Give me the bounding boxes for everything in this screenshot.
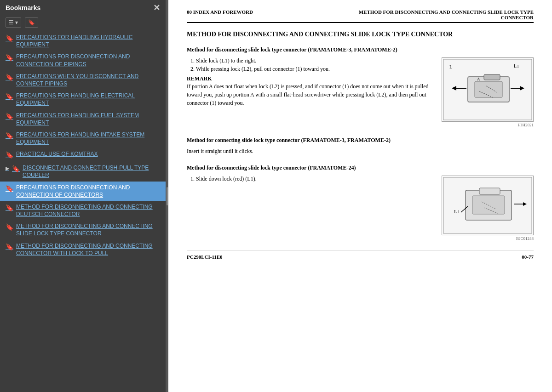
section1-content: Slide lock (L1) to the right. While pres… [187, 57, 534, 127]
section3-step-1: Slide down lock (red) (L1). [196, 176, 434, 182]
doc-footer-left: PC290LCI-11E0 [187, 254, 223, 260]
remark-box: REMARK If portion A does not float when … [187, 75, 434, 107]
section1-text: Slide lock (L1) to the right. While pres… [187, 57, 434, 127]
bookmark-item-label: PRECAUTIONS FOR DISCONNECTION AND CONNEC… [16, 184, 162, 199]
bookmark-icon: 🔖 [6, 151, 13, 159]
svg-text:1: 1 [517, 64, 519, 68]
bookmark-item-label: PRECAUTIONS FOR HANDLING ELECTRICAL EQUI… [16, 92, 162, 107]
section1-title: Method for disconnecting slide lock type… [187, 46, 534, 54]
svg-text:L: L [449, 64, 453, 69]
bookmark-item[interactable]: 🔖METHOD FOR DISCONNECTING AND CONNECTING… [0, 240, 166, 259]
bookmark-item-label: PRECAUTIONS WHEN YOU DISCONNECT AND CONN… [16, 73, 162, 87]
bookmark-item[interactable]: 🔖METHOD FOR DISCONNECTING AND CONNECTING… [0, 201, 166, 220]
section-framatome-3-disconnect: Method for disconnecting slide lock type… [187, 46, 534, 127]
section-framatome-3-connect: Method for connecting slide lock type co… [187, 136, 534, 155]
bookmark-icon: 🔖 [6, 73, 13, 82]
close-icon[interactable]: ✕ [153, 4, 160, 12]
bookmark-item[interactable]: 🔖PRACTICAL USE OF KOMTRAX [0, 148, 166, 162]
document-panel: 00 INDEX AND FOREWORD METHOD FOR DISCONN… [168, 0, 552, 392]
doc-main-title: METHOD FOR DISCONNECTING AND CONNECTING … [187, 30, 534, 39]
section1-image: L L 1 [442, 57, 534, 127]
bookmark-item-label: PRECAUTIONS FOR DISCONNECTION AND CONNEC… [16, 53, 162, 68]
bookmark-item[interactable]: 🔖PRECAUTIONS FOR HANDLING INTAKE SYSTEM … [0, 129, 166, 148]
section3-img-box: L 1 [442, 176, 534, 235]
bookmark-icon: 🔖 [6, 34, 13, 43]
splitter-handle [167, 187, 168, 205]
bookmark-icon: 🔖 [6, 243, 13, 251]
bookmark-item[interactable]: ▶🔖DISCONNECT AND CONNECT PUSH-PULL TYPE … [0, 162, 166, 181]
bookmark-item[interactable]: 🔖PRECAUTIONS WHEN YOU DISCONNECT AND CON… [0, 70, 166, 90]
section3-text: Slide down lock (red) (L1). [187, 176, 434, 241]
bookmarks-panel: Bookmarks ✕ ☰ ▾ 🔖 🔖PRECAUTIONS FOR HANDL… [0, 0, 166, 392]
svg-rect-5 [475, 81, 502, 97]
section3-diagram: L 1 [443, 176, 533, 234]
bookmark-item-label: PRECAUTIONS FOR HANDLING INTAKE SYSTEM E… [16, 131, 162, 146]
section1-diagram: L L 1 [443, 58, 533, 121]
view-options-button[interactable]: ☰ ▾ [6, 17, 21, 28]
section1-img-caption: HJH2021 [442, 123, 534, 127]
bookmarks-toolbar: ☰ ▾ 🔖 [0, 16, 166, 31]
section3-image: L 1 BJC01248 [442, 176, 534, 241]
bookmark-icon: 🔖 [6, 223, 13, 232]
section3-img-caption: BJC01248 [442, 236, 534, 241]
bookmark-icon: 🔖 [12, 165, 20, 173]
bookmark-item-label: METHOD FOR DISCONNECTING AND CONNECTING … [16, 222, 162, 237]
svg-text:L: L [454, 209, 457, 214]
step-2: While pressing lock (L2), pull out conne… [196, 66, 434, 73]
bookmark-icon: 🔖 [6, 131, 13, 140]
document-content: 00 INDEX AND FOREWORD METHOD FOR DISCONN… [168, 0, 552, 392]
bookmark-item[interactable]: 🔖PRECAUTIONS FOR HANDLING HYDRAULIC EQUI… [0, 31, 166, 51]
bookmark-icon: 🔖 [6, 184, 13, 193]
bookmark-item-label: METHOD FOR DISCONNECTING AND CONNECTING … [16, 203, 162, 218]
bookmarks-header: Bookmarks ✕ [0, 0, 166, 16]
bookmark-icon: 🔖 [6, 53, 13, 62]
svg-text:1: 1 [458, 210, 460, 214]
section3-title: Method for disconnecting slide lock type… [187, 164, 534, 172]
section-framatome-24: Method for disconnecting slide lock type… [187, 164, 534, 241]
bookmark-item-label: PRECAUTIONS FOR HANDLING HYDRAULIC EQUIP… [16, 34, 162, 48]
doc-header-left: 00 INDEX AND FOREWORD [187, 9, 253, 15]
doc-footer-right: 00-77 [522, 254, 534, 260]
expand-arrow-icon[interactable]: ▶ [6, 165, 9, 172]
bookmark-item[interactable]: 🔖PRECAUTIONS FOR HANDLING FUEL SYSTEM EQ… [0, 109, 166, 129]
bookmark-item[interactable]: 🔖PRECAUTIONS FOR DISCONNECTION AND CONNE… [0, 51, 166, 70]
section3-steps: Slide down lock (red) (L1). [187, 176, 434, 182]
section1-img-box: L L 1 [442, 57, 534, 122]
bookmark-item-label: PRECAUTIONS FOR HANDLING FUEL SYSTEM EQU… [16, 112, 162, 126]
svg-text:A: A [477, 77, 480, 81]
section2-title: Method for connecting slide lock type co… [187, 136, 534, 144]
bookmark-icon: 🔖 [6, 112, 13, 121]
doc-header: 00 INDEX AND FOREWORD METHOD FOR DISCONN… [187, 9, 534, 23]
remark-label: REMARK [187, 75, 434, 82]
bookmark-add-button[interactable]: 🔖 [25, 17, 38, 28]
bookmarks-title: Bookmarks [6, 4, 40, 11]
svg-rect-6 [484, 74, 500, 80]
remark-text: If portion A does not float when lock (L… [187, 82, 434, 107]
bookmark-item-label: PRACTICAL USE OF KOMTRAX [16, 150, 162, 158]
section1-steps: Slide lock (L1) to the right. While pres… [187, 57, 434, 73]
section3-content: Slide down lock (red) (L1). [187, 176, 534, 241]
bookmark-list: 🔖PRECAUTIONS FOR HANDLING HYDRAULIC EQUI… [0, 31, 166, 392]
doc-header-right: METHOD FOR DISCONNECTING AND CONNECTING … [343, 9, 534, 20]
doc-footer: PC290LCI-11E0 00-77 [187, 250, 534, 260]
svg-rect-17 [479, 188, 500, 194]
bookmark-icon: 🔖 [6, 204, 13, 212]
bookmark-icon: 🔖 [6, 92, 13, 101]
bookmark-item[interactable]: 🔖METHOD FOR DISCONNECTING AND CONNECTING… [0, 220, 166, 239]
bookmark-item[interactable]: 🔖PRECAUTIONS FOR DISCONNECTION AND CONNE… [0, 182, 166, 201]
svg-text:L: L [514, 63, 517, 68]
step-1: Slide lock (L1) to the right. [196, 57, 434, 64]
bookmark-item-label: METHOD FOR DISCONNECTING AND CONNECTING … [16, 242, 162, 257]
bookmark-item[interactable]: 🔖PRECAUTIONS FOR HANDLING ELECTRICAL EQU… [0, 90, 166, 109]
bookmark-item-label: DISCONNECT AND CONNECT PUSH-PULL TYPE CO… [23, 164, 162, 179]
section2-insert-text: Insert it straight until it clicks. [187, 148, 534, 155]
